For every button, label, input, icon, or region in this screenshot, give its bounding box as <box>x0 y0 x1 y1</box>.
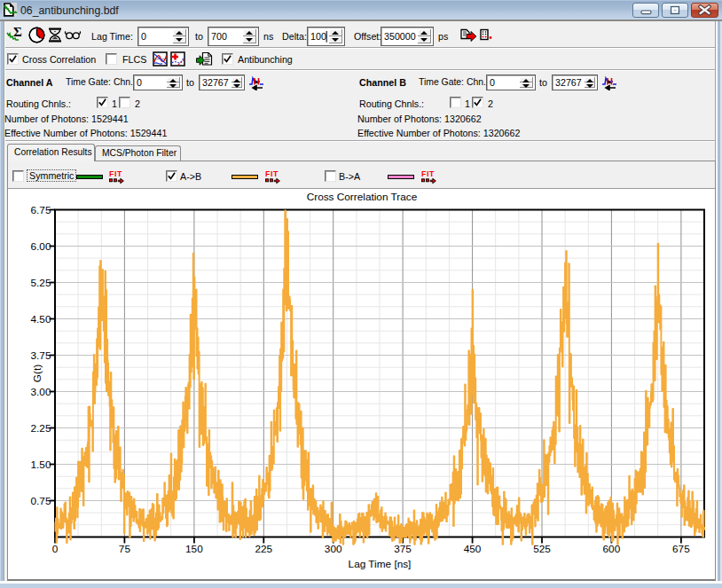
svg-text:75: 75 <box>119 543 131 555</box>
svg-text:150: 150 <box>185 543 203 555</box>
svg-text:6.75: 6.75 <box>31 204 51 216</box>
svg-text:525: 525 <box>533 543 551 555</box>
svg-text:600: 600 <box>603 543 621 555</box>
svg-text:375: 375 <box>394 543 412 555</box>
svg-text:Cross Correlation Trace: Cross Correlation Trace <box>307 191 418 203</box>
svg-text:3.75: 3.75 <box>31 349 51 362</box>
svg-text:Σ: Σ <box>13 25 22 39</box>
svg-text:2.25: 2.25 <box>31 422 51 435</box>
svg-text:0.75: 0.75 <box>31 495 51 507</box>
svg-text:0: 0 <box>52 543 59 555</box>
svg-text:300: 300 <box>325 543 342 555</box>
svg-text:1.50: 1.50 <box>31 459 51 471</box>
svg-text:FIT: FIT <box>421 169 435 178</box>
svg-text:675: 675 <box>672 543 690 555</box>
svg-text:6.00: 6.00 <box>31 240 51 253</box>
svg-text:Lag Time [ns]: Lag Time [ns] <box>349 558 412 570</box>
svg-text:225: 225 <box>255 543 272 555</box>
svg-text:3.00: 3.00 <box>31 386 51 398</box>
svg-text:FIT: FIT <box>109 169 122 178</box>
svg-text:FIT: FIT <box>265 169 279 178</box>
svg-text:450: 450 <box>464 543 482 555</box>
svg-text:4.50: 4.50 <box>31 313 51 325</box>
svg-text:G(t): G(t) <box>31 365 43 382</box>
svg-text:5.25: 5.25 <box>31 277 51 289</box>
